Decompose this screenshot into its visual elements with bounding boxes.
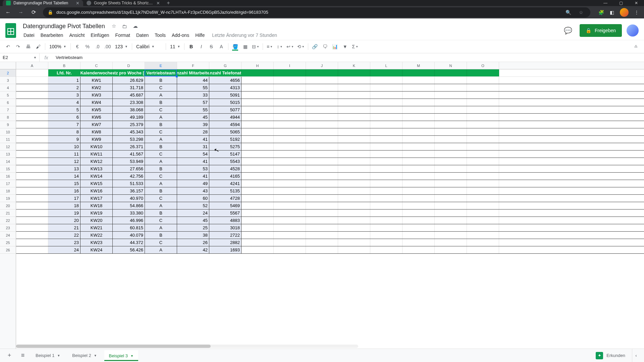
cell[interactable]	[338, 202, 370, 209]
cell[interactable]	[467, 217, 499, 224]
header-lfdnr[interactable]: Lfd. Nr.	[48, 69, 80, 76]
row-header-15[interactable]: 15	[0, 165, 16, 173]
select-all-corner[interactable]	[0, 62, 16, 69]
cell-umsatz[interactable]: 25.379	[113, 121, 145, 128]
cell[interactable]	[370, 209, 402, 217]
cell-mitarbeiter[interactable]: 45	[177, 217, 209, 224]
column-header-F[interactable]: F	[177, 62, 209, 69]
cell[interactable]	[467, 84, 499, 91]
cell[interactable]	[16, 217, 48, 224]
cell-umsatz[interactable]: 40.079	[113, 232, 145, 239]
cell[interactable]	[402, 77, 435, 84]
cell-umsatz[interactable]: 36.157	[113, 187, 145, 194]
cell-lfdnr[interactable]: 9	[48, 136, 80, 143]
explore-button[interactable]: ✦ Erkunden	[592, 350, 629, 361]
row-header-3[interactable]: 3	[0, 77, 16, 84]
cell[interactable]	[306, 114, 338, 121]
cell-lfdnr[interactable]: 4	[48, 99, 80, 106]
row-header-6[interactable]: 6	[0, 99, 16, 106]
cell-team[interactable]: B	[145, 99, 177, 106]
cell-mitarbeiter[interactable]: 54	[177, 150, 209, 158]
horizontal-scrollbar[interactable]	[16, 345, 358, 348]
cell[interactable]	[402, 165, 435, 172]
cell[interactable]	[241, 77, 274, 84]
row-header-7[interactable]: 7	[0, 106, 16, 114]
cell-team[interactable]: C	[145, 84, 177, 91]
cell[interactable]	[338, 217, 370, 224]
cell[interactable]	[402, 69, 435, 76]
cell-kw[interactable]: KW15	[80, 180, 113, 187]
cell[interactable]	[338, 121, 370, 128]
cell-lfdnr[interactable]: 11	[48, 150, 80, 158]
cell[interactable]	[467, 202, 499, 209]
column-header-E[interactable]: E	[145, 62, 177, 69]
cell-telefonate[interactable]: 5077	[209, 106, 241, 113]
cell[interactable]	[274, 187, 306, 194]
cell[interactable]	[306, 128, 338, 135]
cell[interactable]	[435, 92, 467, 99]
cell-kw[interactable]: KW17	[80, 195, 113, 202]
side-panel-toggle[interactable]: ‹	[632, 349, 640, 362]
cell[interactable]	[338, 232, 370, 239]
cell[interactable]	[402, 121, 435, 128]
cell[interactable]	[402, 246, 435, 253]
cell[interactable]	[370, 202, 402, 209]
undo-button[interactable]: ↶	[3, 42, 13, 51]
cell-team[interactable]: C	[145, 128, 177, 135]
cell[interactable]	[274, 195, 306, 202]
cell-telefonate[interactable]: 4313	[209, 84, 241, 91]
cell[interactable]	[402, 99, 435, 106]
cell[interactable]	[241, 143, 274, 150]
cell[interactable]	[241, 217, 274, 224]
cell[interactable]	[274, 173, 306, 180]
row-header-2[interactable]: 2	[0, 69, 16, 77]
cell-umsatz[interactable]: 60.815	[113, 224, 145, 231]
column-header-O[interactable]: O	[467, 62, 499, 69]
cell[interactable]	[241, 239, 274, 246]
cell[interactable]	[241, 84, 274, 91]
decrease-decimal-button[interactable]: .0	[93, 42, 102, 51]
cell[interactable]	[274, 128, 306, 135]
cell-team[interactable]: C	[145, 195, 177, 202]
header-vertriebsteam[interactable]: Vertriebsteam	[145, 69, 177, 76]
cell[interactable]	[306, 180, 338, 187]
cell[interactable]	[435, 239, 467, 246]
filter-button[interactable]: ▼	[340, 42, 350, 51]
cell[interactable]	[370, 99, 402, 106]
cell[interactable]	[435, 121, 467, 128]
cell-kw[interactable]: KW1	[80, 77, 113, 84]
cell[interactable]	[306, 143, 338, 150]
cell[interactable]	[241, 114, 274, 121]
number-format-select[interactable]: 123▼	[113, 42, 130, 51]
cell-lfdnr[interactable]: 5	[48, 106, 80, 113]
row-header-21[interactable]: 21	[0, 209, 16, 217]
column-header-C[interactable]: C	[80, 62, 113, 69]
cell-kw[interactable]: KW4	[80, 99, 113, 106]
cell-umsatz[interactable]: 56.426	[113, 246, 145, 253]
cell[interactable]	[370, 187, 402, 194]
cell[interactable]	[16, 158, 48, 165]
cell[interactable]	[370, 77, 402, 84]
cell[interactable]	[306, 224, 338, 231]
cell-mitarbeiter[interactable]: 45	[177, 114, 209, 121]
row-header-19[interactable]: 19	[0, 195, 16, 202]
cell[interactable]	[274, 158, 306, 165]
cell-team[interactable]: A	[145, 136, 177, 143]
cell[interactable]	[274, 121, 306, 128]
cell[interactable]	[467, 195, 499, 202]
cell-mitarbeiter[interactable]: 24	[177, 209, 209, 217]
cell[interactable]	[338, 150, 370, 158]
cell[interactable]	[274, 99, 306, 106]
menu-einfuegen[interactable]: Einfügen	[88, 31, 112, 39]
insert-link-button[interactable]: 🔗	[310, 42, 320, 51]
cell-mitarbeiter[interactable]: 49	[177, 180, 209, 187]
cell-team[interactable]: A	[145, 92, 177, 99]
forward-button[interactable]: →	[15, 7, 26, 18]
cell[interactable]	[467, 121, 499, 128]
cell-team[interactable]: C	[145, 150, 177, 158]
row-header-20[interactable]: 20	[0, 202, 16, 209]
cell-mitarbeiter[interactable]: 41	[177, 173, 209, 180]
cell-mitarbeiter[interactable]: 42	[177, 246, 209, 253]
cell[interactable]	[338, 128, 370, 135]
row-header-24[interactable]: 24	[0, 232, 16, 239]
